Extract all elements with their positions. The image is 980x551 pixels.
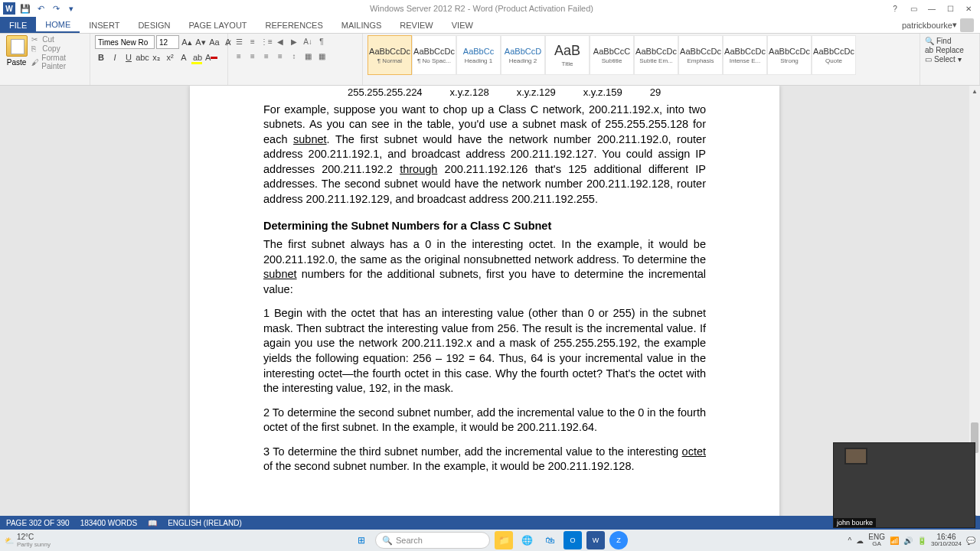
replace-button[interactable]: abReplace bbox=[925, 46, 964, 54]
shrink-font-icon[interactable]: A▾ bbox=[194, 36, 207, 48]
tab-file[interactable]: FILE bbox=[0, 17, 36, 33]
select-button[interactable]: ▭Select ▾ bbox=[925, 55, 964, 64]
qat-customize-icon[interactable]: ▾ bbox=[66, 3, 77, 14]
style-subtitle[interactable]: AaBbCcCSubtitle bbox=[590, 35, 634, 75]
paragraph-2: The first subnet always has a 0 in the i… bbox=[263, 237, 706, 297]
superscript-button[interactable]: x² bbox=[164, 51, 176, 64]
close-icon[interactable]: ✕ bbox=[960, 2, 977, 15]
style-subtle-em-[interactable]: AaBbCcDcSubtle Em... bbox=[634, 35, 678, 75]
minimize-icon[interactable]: — bbox=[923, 2, 940, 15]
highlight-icon[interactable]: ab bbox=[191, 51, 204, 64]
cut-button[interactable]: ✂Cut bbox=[31, 35, 85, 44]
italic-button[interactable]: I bbox=[109, 51, 121, 64]
tray-notifications-icon[interactable]: 💬 bbox=[966, 536, 975, 545]
tab-insert[interactable]: INSERT bbox=[80, 17, 129, 33]
tray-battery-icon[interactable]: 🔋 bbox=[917, 536, 926, 545]
undo-icon[interactable]: ↶ bbox=[35, 3, 46, 14]
group-paragraph: ☰ ≡ ⋮≡ ◀ ▶ A↓ ¶ ≡ ≡ ≡ ≡ ↕ ▦ ▦ bbox=[228, 34, 363, 85]
format-painter-button[interactable]: 🖌Format Painter bbox=[31, 54, 85, 70]
justify-icon[interactable]: ≡ bbox=[274, 50, 286, 62]
group-styles: AaBbCcDc¶ NormalAaBbCcDc¶ No Spac...AaBb… bbox=[363, 34, 920, 85]
sort-icon[interactable]: A↓ bbox=[302, 35, 314, 47]
search-box[interactable]: 🔍Search bbox=[375, 532, 490, 549]
borders-icon[interactable]: ▦ bbox=[315, 50, 328, 62]
line-spacing-icon[interactable]: ↕ bbox=[288, 50, 300, 62]
style--normal[interactable]: AaBbCcDc¶ Normal bbox=[368, 35, 412, 75]
style-emphasis[interactable]: AaBbCcDcEmphasis bbox=[678, 35, 723, 75]
font-color-icon[interactable]: A bbox=[205, 51, 217, 64]
align-center-icon[interactable]: ≡ bbox=[247, 50, 259, 62]
tab-home[interactable]: HOME bbox=[36, 17, 80, 33]
scroll-up-icon[interactable]: ▲ bbox=[969, 86, 980, 96]
help-icon[interactable]: ? bbox=[887, 2, 903, 15]
link-subnet-2[interactable]: subnet bbox=[263, 268, 297, 280]
bullets-icon[interactable]: ☰ bbox=[233, 35, 245, 47]
paste-button[interactable]: Paste bbox=[5, 35, 28, 67]
style-quote[interactable]: AaBbCcDcQuote bbox=[812, 35, 856, 75]
link-through[interactable]: through bbox=[400, 163, 437, 175]
styles-gallery[interactable]: AaBbCcDc¶ NormalAaBbCcDc¶ No Spac...AaBb… bbox=[368, 35, 856, 75]
tab-view[interactable]: VIEW bbox=[443, 17, 482, 33]
tab-mailings[interactable]: MAILINGS bbox=[332, 17, 391, 33]
task-zoom-icon[interactable]: Z bbox=[609, 531, 628, 549]
decrease-indent-icon[interactable]: ◀ bbox=[274, 35, 286, 47]
tab-references[interactable]: REFERENCES bbox=[256, 17, 332, 33]
align-left-icon[interactable]: ≡ bbox=[233, 50, 245, 62]
font-name-input[interactable] bbox=[95, 35, 155, 49]
maximize-icon[interactable]: ☐ bbox=[942, 2, 959, 15]
weather-widget[interactable]: ⛅ 12°C Partly sunny bbox=[5, 533, 51, 548]
subscript-button[interactable]: x₂ bbox=[150, 51, 162, 64]
search-icon: 🔍 bbox=[382, 536, 393, 546]
start-button[interactable]: ⊞ bbox=[352, 531, 371, 549]
change-case-icon[interactable]: Aa bbox=[208, 36, 220, 48]
tray-wifi-icon[interactable]: 📶 bbox=[890, 536, 899, 545]
page-indicator[interactable]: PAGE 302 OF 390 bbox=[6, 519, 70, 527]
document-area[interactable]: 255.255.255.224 x.y.z.128 x.y.z.129 x.y.… bbox=[0, 86, 969, 522]
user-name[interactable]: patrickbourke ▾ bbox=[896, 17, 980, 33]
proofing-icon[interactable]: 📖 bbox=[148, 519, 157, 527]
word-icon: W bbox=[3, 2, 15, 15]
font-size-input[interactable] bbox=[156, 35, 179, 49]
style-heading-1[interactable]: AaBbCcHeading 1 bbox=[456, 35, 501, 75]
style-strong[interactable]: AaBbCcDcStrong bbox=[767, 35, 812, 75]
redo-icon[interactable]: ↷ bbox=[51, 3, 61, 14]
style-title[interactable]: AaBTitle bbox=[545, 35, 590, 75]
find-button[interactable]: 🔍Find bbox=[925, 37, 964, 45]
tray-volume-icon[interactable]: 🔊 bbox=[903, 536, 913, 545]
weather-desc: Partly sunny bbox=[17, 541, 51, 548]
task-edge-icon[interactable]: 🌐 bbox=[518, 531, 536, 549]
underline-button[interactable]: U bbox=[122, 51, 135, 64]
paragraph-5: 3 To determine the third subnet number, … bbox=[263, 445, 706, 474]
tray-chevron-icon[interactable]: ^ bbox=[848, 536, 852, 545]
window-title: Windows Server 2012 R2 - Word (Product A… bbox=[77, 4, 887, 13]
save-icon[interactable]: 💾 bbox=[20, 3, 31, 14]
paragraph-1: For example, suppose you want to chop up… bbox=[263, 103, 706, 207]
language-indicator[interactable]: ENGLISH (IRELAND) bbox=[168, 519, 242, 527]
tab-design[interactable]: DESIGN bbox=[129, 17, 179, 33]
grow-font-icon[interactable]: A▴ bbox=[181, 36, 193, 48]
shading-icon[interactable]: ▦ bbox=[302, 50, 314, 62]
tray-onedrive-icon[interactable]: ☁ bbox=[856, 536, 864, 545]
bold-button[interactable]: B bbox=[95, 51, 107, 64]
word-count[interactable]: 183400 WORDS bbox=[80, 519, 137, 527]
ribbon-display-icon[interactable]: ▭ bbox=[905, 2, 922, 15]
task-word-icon[interactable]: W bbox=[586, 531, 605, 549]
task-explorer-icon[interactable]: 📁 bbox=[495, 531, 513, 549]
style-intense-e-[interactable]: AaBbCcDcIntense E... bbox=[723, 35, 767, 75]
style--no-spac-[interactable]: AaBbCcDc¶ No Spac... bbox=[412, 35, 456, 75]
link-subnet[interactable]: subnet bbox=[293, 133, 327, 145]
strikethrough-button[interactable]: abc bbox=[136, 51, 149, 64]
task-outlook-icon[interactable]: O bbox=[564, 531, 582, 549]
multilevel-icon[interactable]: ⋮≡ bbox=[260, 35, 273, 47]
task-store-icon[interactable]: 🛍 bbox=[541, 531, 559, 549]
increase-indent-icon[interactable]: ▶ bbox=[288, 35, 300, 47]
tab-review[interactable]: REVIEW bbox=[390, 17, 442, 33]
show-marks-icon[interactable]: ¶ bbox=[315, 35, 328, 47]
text-effects-icon[interactable]: A bbox=[178, 51, 190, 64]
tab-page-layout[interactable]: PAGE LAYOUT bbox=[180, 17, 256, 33]
align-right-icon[interactable]: ≡ bbox=[260, 50, 273, 62]
copy-button[interactable]: ⎘Copy bbox=[31, 44, 85, 53]
numbering-icon[interactable]: ≡ bbox=[247, 35, 259, 47]
link-octet[interactable]: octet bbox=[682, 445, 706, 458]
style-heading-2[interactable]: AaBbCcDHeading 2 bbox=[501, 35, 545, 75]
